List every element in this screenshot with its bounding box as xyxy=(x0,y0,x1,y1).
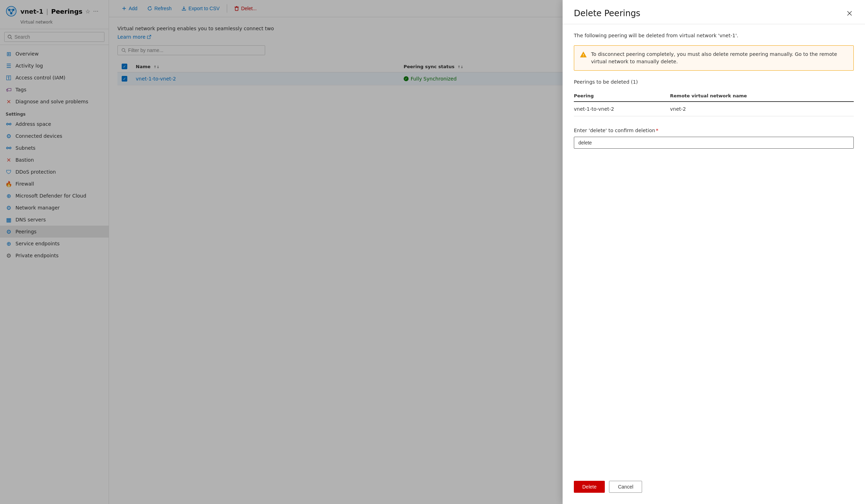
warning-icon xyxy=(580,51,587,58)
delete-panel-body: The following peering will be deleted fr… xyxy=(563,24,865,475)
delete-row-remote-vnet: vnet-2 xyxy=(670,102,854,116)
confirm-label: Enter 'delete' to confirm deletion* xyxy=(574,128,854,133)
svg-point-29 xyxy=(583,56,584,57)
delete-panel-footer: Delete Cancel xyxy=(563,475,865,504)
delete-col-remote-vnet: Remote virtual network name xyxy=(670,90,854,102)
confirm-delete-button[interactable]: Delete xyxy=(574,481,605,493)
delete-row-peering: vnet-1-to-vnet-2 xyxy=(574,102,670,116)
delete-description: The following peering will be deleted fr… xyxy=(574,33,854,38)
confirm-input[interactable] xyxy=(574,137,854,149)
delete-panel-header: Delete Peerings xyxy=(563,0,865,24)
delete-col-peering: Peering xyxy=(574,90,670,102)
delete-panel-title: Delete Peerings xyxy=(574,8,640,18)
delete-table-row: vnet-1-to-vnet-2 vnet-2 xyxy=(574,102,854,116)
close-icon xyxy=(847,11,852,16)
delete-peerings-table: Peering Remote virtual network name vnet… xyxy=(574,90,854,116)
cancel-button[interactable]: Cancel xyxy=(609,481,642,493)
close-button[interactable] xyxy=(845,9,854,18)
peerings-to-delete-label: Peerings to be deleted (1) xyxy=(574,79,854,85)
warning-box: To disconnect peering completely, you mu… xyxy=(574,45,854,71)
warning-text: To disconnect peering completely, you mu… xyxy=(591,51,848,65)
required-asterisk: * xyxy=(656,128,658,133)
delete-panel: Delete Peerings The following peering wi… xyxy=(563,0,865,504)
